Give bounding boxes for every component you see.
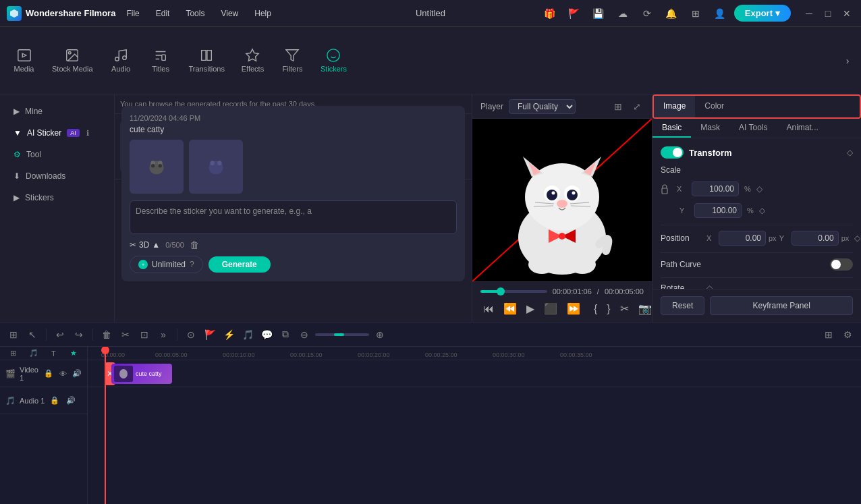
quality-select[interactable]: Full Quality: [509, 99, 576, 114]
tl-marker-btn[interactable]: 🚩: [202, 327, 218, 343]
tl-add-video-btn[interactable]: ⊞: [5, 347, 22, 362]
tl-add-audio-btn[interactable]: 🎵: [26, 347, 42, 362]
tl-snap-btn[interactable]: ⊞: [5, 327, 22, 343]
rewind-button[interactable]: ⏮: [480, 302, 497, 316]
path-curve-toggle[interactable]: [830, 258, 853, 271]
mark-in-button[interactable]: {: [591, 302, 600, 316]
tl-subtitle-btn[interactable]: 💬: [258, 327, 275, 343]
position-x-input[interactable]: [719, 231, 766, 246]
menu-file[interactable]: File: [121, 6, 144, 21]
tl-settings-btn[interactable]: ⚙: [839, 327, 856, 343]
gen-thumb-1[interactable]: [130, 140, 184, 194]
scale-y-keyframe[interactable]: ◇: [759, 206, 765, 215]
toolbar-titles[interactable]: Titles: [142, 44, 179, 77]
subtab-mask[interactable]: Mask: [691, 119, 729, 138]
sidebar-item-downloads[interactable]: ⬇ Downloads: [5, 166, 109, 186]
sidebar-item-ai-sticker[interactable]: ▼ AI Sticker AI ℹ: [5, 123, 109, 143]
scale-y-input[interactable]: [694, 203, 742, 218]
tl-audio-btn[interactable]: 🎵: [240, 327, 256, 343]
tl-split-btn[interactable]: ✂: [117, 327, 134, 343]
subtab-ai-tools[interactable]: AI Tools: [729, 119, 777, 138]
tl-crop-btn[interactable]: ⊡: [136, 327, 152, 343]
tl-grid-btn[interactable]: ⊞: [821, 327, 837, 343]
transform-keyframe-diamond[interactable]: ◇: [847, 148, 853, 157]
tl-undo-btn[interactable]: ↩: [52, 327, 68, 343]
export-button[interactable]: Reset Export ▾: [734, 5, 791, 22]
tl-delete-btn[interactable]: 🗑: [99, 327, 115, 343]
subtab-animation[interactable]: Animat...: [777, 119, 827, 138]
alarm-icon-btn[interactable]: 🔔: [663, 5, 680, 22]
playhead[interactable]: [105, 347, 106, 504]
toolbar-stickers[interactable]: Stickers: [314, 44, 354, 77]
sidebar-item-stickers[interactable]: ▶ Stickers: [5, 188, 109, 208]
save-icon-btn[interactable]: 💾: [590, 5, 607, 22]
gen-3d-toggle[interactable]: ✂ 3D ▲: [130, 240, 160, 250]
cloud-icon-btn[interactable]: ☁: [614, 5, 632, 22]
toolbar-audio[interactable]: Audio: [103, 44, 140, 77]
rotate-keyframe[interactable]: ◇: [706, 283, 713, 289]
share-icon-btn[interactable]: ⟳: [638, 5, 656, 22]
progress-handle[interactable]: [497, 287, 505, 296]
toolbar-effects[interactable]: Effects: [234, 44, 271, 77]
transform-toggle[interactable]: [661, 146, 684, 159]
grid-view-icon[interactable]: ⊞: [611, 100, 625, 113]
zoom-track[interactable]: [315, 333, 369, 336]
gen-input[interactable]: Describe the sticker you want to generat…: [130, 200, 457, 234]
video-track-lock-btn[interactable]: 🔒: [44, 368, 54, 380]
menu-view[interactable]: View: [215, 6, 244, 21]
toolbar-more[interactable]: ›: [839, 53, 856, 69]
keyframe-panel-button[interactable]: Keyframe Panel: [710, 296, 853, 315]
trash-icon[interactable]: 🗑: [190, 240, 199, 250]
toolbar-transitions[interactable]: Transitions: [182, 44, 231, 77]
tl-plus-btn[interactable]: ⊕: [372, 327, 388, 343]
video-track-eye-btn[interactable]: 👁: [58, 368, 68, 380]
sidebar-item-tool[interactable]: ⚙ Tool: [5, 144, 109, 165]
step-forward-button[interactable]: ⏩: [564, 301, 583, 316]
maximize-button[interactable]: □: [821, 6, 835, 21]
toolbar-stock-media[interactable]: Stock Media: [45, 44, 100, 77]
tl-cursor-btn[interactable]: ↖: [24, 327, 40, 343]
menu-help[interactable]: Help: [249, 6, 277, 21]
close-button[interactable]: ✕: [839, 6, 854, 21]
tl-split2-btn[interactable]: ⚡: [221, 327, 237, 343]
fullscreen-icon[interactable]: ⤢: [630, 100, 644, 113]
audio-track-lock-btn[interactable]: 🔒: [49, 395, 61, 407]
tl-redo-btn[interactable]: ↪: [71, 327, 87, 343]
play-button[interactable]: ▶: [524, 301, 537, 316]
tab-image[interactable]: Image: [654, 96, 695, 117]
reset-button[interactable]: Reset: [661, 296, 704, 315]
progress-bar[interactable]: 00:00:01:06 / 00:00:05:00: [480, 287, 644, 296]
tl-minus-btn[interactable]: ⊖: [296, 327, 312, 343]
split-button[interactable]: ✂: [617, 301, 632, 316]
minimize-button[interactable]: ─: [802, 6, 816, 21]
stop-button[interactable]: ⬛: [541, 301, 560, 316]
tl-playhead-btn[interactable]: ⊙: [183, 327, 199, 343]
mark-out-button[interactable]: }: [604, 302, 613, 316]
gen-thumb-2[interactable]: [189, 140, 243, 194]
flag-icon-btn[interactable]: 🚩: [565, 5, 583, 22]
tl-more-btn[interactable]: »: [155, 327, 171, 343]
video-track-vol-btn[interactable]: 🔊: [72, 368, 82, 380]
tl-pip-btn[interactable]: ⧉: [277, 327, 294, 343]
grid-icon-btn[interactable]: ⊞: [687, 5, 704, 22]
audio-track-vol-btn[interactable]: 🔊: [65, 395, 77, 407]
snapshot-button[interactable]: 📷: [636, 301, 652, 316]
toolbar-media[interactable]: Media: [5, 44, 43, 77]
menu-tools[interactable]: Tools: [180, 6, 210, 21]
generate-button[interactable]: Generate: [209, 256, 271, 273]
avatar-btn[interactable]: 👤: [711, 5, 729, 22]
scale-x-keyframe[interactable]: ◇: [756, 184, 762, 194]
position-y-input[interactable]: [791, 231, 839, 246]
tl-add-title-btn[interactable]: T: [46, 347, 62, 362]
toolbar-filters[interactable]: Filters: [274, 44, 311, 77]
progress-track[interactable]: [480, 290, 547, 293]
gift-icon-btn[interactable]: 🎁: [541, 5, 559, 22]
position-keyframe[interactable]: ◇: [854, 233, 860, 243]
step-back-button[interactable]: ⏪: [501, 301, 520, 316]
sidebar-item-mine[interactable]: ▶ Mine: [5, 101, 109, 121]
unlimited-button[interactable]: + Unlimited ?: [130, 256, 203, 273]
subtab-basic[interactable]: Basic: [652, 119, 691, 138]
video-clip[interactable]: cute catty: [111, 364, 172, 384]
tab-color[interactable]: Color: [695, 96, 733, 117]
tl-sticker-btn[interactable]: ★: [65, 347, 82, 362]
